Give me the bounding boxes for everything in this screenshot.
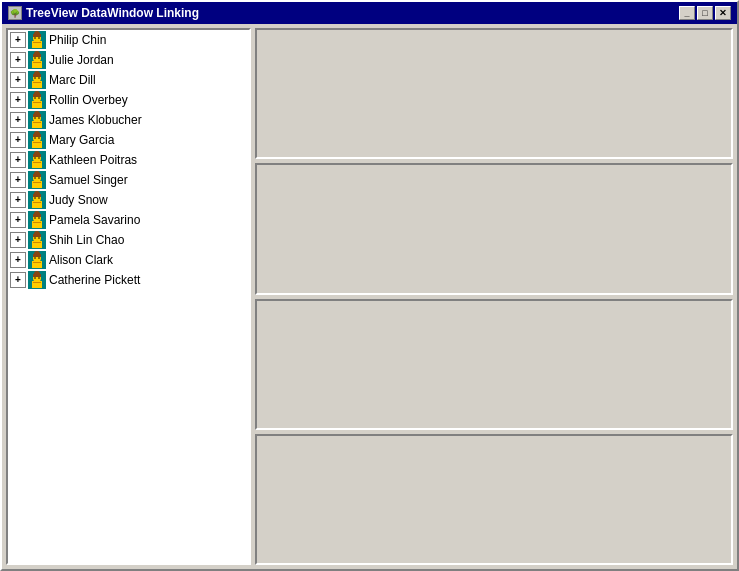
person-icon (28, 31, 46, 49)
person-icon (28, 111, 46, 129)
person-icon (28, 211, 46, 229)
svg-point-30 (38, 97, 40, 99)
svg-point-28 (34, 91, 40, 97)
expand-button[interactable]: + (10, 52, 26, 68)
expand-button[interactable]: + (10, 232, 26, 248)
person-icon (28, 231, 46, 249)
tree-item-label: Pamela Savarino (49, 213, 140, 227)
tree-item[interactable]: + James Klobucher (8, 110, 249, 130)
svg-point-12 (34, 51, 40, 57)
tree-item-label: Samuel Singer (49, 173, 128, 187)
window-title: TreeView DataWindow Linking (26, 6, 199, 20)
title-bar-buttons: _ □ ✕ (679, 6, 731, 20)
tree-item-label: Alison Clark (49, 253, 113, 267)
svg-point-21 (34, 77, 36, 79)
expand-button[interactable]: + (10, 252, 26, 268)
svg-point-5 (34, 37, 36, 39)
svg-point-45 (34, 137, 36, 139)
svg-point-84 (34, 231, 40, 237)
tree-item-label: Philip Chin (49, 33, 106, 47)
svg-point-6 (38, 37, 40, 39)
svg-rect-7 (33, 42, 41, 43)
svg-point-44 (34, 131, 40, 137)
tree-item[interactable]: + Samuel Singer (8, 170, 249, 190)
svg-point-100 (34, 271, 40, 277)
svg-point-14 (38, 57, 40, 59)
tree-item-label: Marc Dill (49, 73, 96, 87)
tree-item-label: Rollin Overbey (49, 93, 128, 107)
tree-item[interactable]: + Catherine Pickett (8, 270, 249, 290)
svg-point-53 (34, 157, 36, 159)
data-window-4 (255, 434, 733, 565)
svg-point-102 (38, 277, 40, 279)
svg-point-92 (34, 251, 40, 257)
maximize-button[interactable]: □ (697, 6, 713, 20)
title-bar-left: 🌳 TreeView DataWindow Linking (8, 6, 199, 20)
svg-rect-95 (33, 262, 41, 263)
tree-item[interactable]: + Kathleen Poitras (8, 150, 249, 170)
svg-rect-23 (33, 82, 41, 83)
svg-point-78 (38, 217, 40, 219)
right-panel (255, 28, 733, 565)
expand-button[interactable]: + (10, 172, 26, 188)
tree-item[interactable]: + Rollin Overbey (8, 90, 249, 110)
person-icon (28, 151, 46, 169)
tree-item[interactable]: + Shih Lin Chao (8, 230, 249, 250)
svg-rect-47 (33, 142, 41, 143)
minimize-button[interactable]: _ (679, 6, 695, 20)
svg-point-85 (34, 237, 36, 239)
window-icon: 🌳 (8, 6, 22, 20)
expand-button[interactable]: + (10, 32, 26, 48)
tree-item[interactable]: + Marc Dill (8, 70, 249, 90)
tree-item-label: Mary Garcia (49, 133, 114, 147)
svg-rect-31 (33, 102, 41, 103)
tree-item[interactable]: + Alison Clark (8, 250, 249, 270)
svg-rect-87 (33, 242, 41, 243)
close-button[interactable]: ✕ (715, 6, 731, 20)
expand-button[interactable]: + (10, 152, 26, 168)
main-window: 🌳 TreeView DataWindow Linking _ □ ✕ + Ph… (0, 0, 739, 571)
svg-point-70 (38, 197, 40, 199)
tree-item-label: Catherine Pickett (49, 273, 140, 287)
expand-button[interactable]: + (10, 272, 26, 288)
tree-item-label: Judy Snow (49, 193, 108, 207)
svg-point-77 (34, 217, 36, 219)
expand-button[interactable]: + (10, 92, 26, 108)
tree-item[interactable]: + Pamela Savarino (8, 210, 249, 230)
person-icon (28, 191, 46, 209)
person-icon (28, 51, 46, 69)
svg-point-54 (38, 157, 40, 159)
svg-point-4 (34, 31, 40, 37)
svg-point-86 (38, 237, 40, 239)
svg-point-46 (38, 137, 40, 139)
expand-button[interactable]: + (10, 192, 26, 208)
data-window-3 (255, 299, 733, 430)
svg-point-13 (34, 57, 36, 59)
person-icon (28, 171, 46, 189)
svg-rect-79 (33, 222, 41, 223)
person-icon (28, 131, 46, 149)
expand-button[interactable]: + (10, 212, 26, 228)
tree-item[interactable]: + Mary Garcia (8, 130, 249, 150)
title-bar: 🌳 TreeView DataWindow Linking _ □ ✕ (2, 2, 737, 24)
svg-point-37 (34, 117, 36, 119)
data-window-2 (255, 163, 733, 294)
svg-rect-103 (33, 282, 41, 283)
svg-point-94 (38, 257, 40, 259)
svg-point-69 (34, 197, 36, 199)
svg-point-60 (34, 171, 40, 177)
tree-item[interactable]: + Judy Snow (8, 190, 249, 210)
person-icon (28, 91, 46, 109)
tree-item[interactable]: + Philip Chin (8, 30, 249, 50)
svg-rect-39 (33, 122, 41, 123)
svg-point-52 (34, 151, 40, 157)
window-content: + Philip Chin+ (2, 24, 737, 569)
expand-button[interactable]: + (10, 132, 26, 148)
tree-item[interactable]: + Julie Jordan (8, 50, 249, 70)
svg-point-29 (34, 97, 36, 99)
tree-panel[interactable]: + Philip Chin+ (6, 28, 251, 565)
expand-button[interactable]: + (10, 72, 26, 88)
svg-point-76 (34, 211, 40, 217)
expand-button[interactable]: + (10, 112, 26, 128)
svg-rect-15 (33, 62, 41, 63)
